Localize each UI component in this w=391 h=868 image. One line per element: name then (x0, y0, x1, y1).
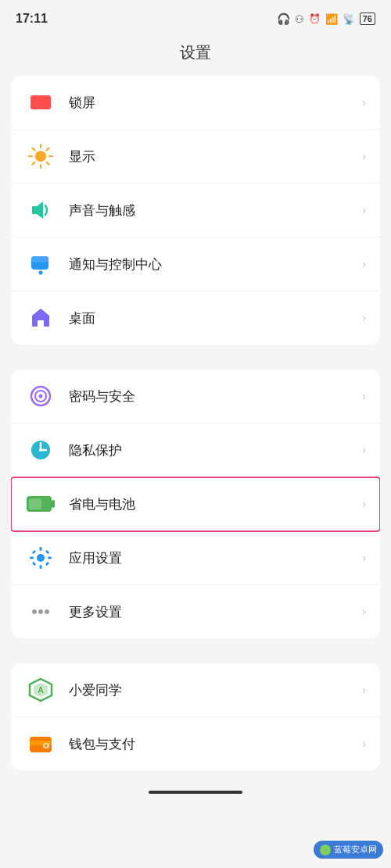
xiaoai-item[interactable]: A 小爱同学 › (11, 663, 380, 717)
display-icon (27, 143, 54, 170)
svg-marker-10 (32, 202, 43, 219)
svg-text:A: A (38, 686, 43, 695)
clock-icon: ⏰ (309, 13, 321, 24)
desktop-item[interactable]: 桌面 › (11, 291, 380, 345)
display-item[interactable]: 显示 › (11, 130, 380, 184)
svg-point-33 (38, 609, 43, 614)
svg-line-8 (47, 148, 49, 151)
desktop-icon (27, 305, 54, 331)
wallet-label: 钱包与支付 (69, 735, 356, 753)
desktop-label: 桌面 (69, 309, 356, 327)
svg-point-16 (39, 395, 43, 398)
more-chevron: › (362, 605, 366, 619)
svg-rect-0 (30, 95, 51, 109)
settings-section-1: 锁屏 › 显示 › (11, 76, 380, 345)
battery-icon: 76 (360, 13, 375, 25)
settings-section-2: 密码与安全 › 隐私保护 › 省电与电池 › (11, 370, 380, 638)
more-icon-wrapper (25, 596, 56, 627)
more-label: 更多设置 (69, 603, 356, 621)
status-time: 17:11 (16, 12, 48, 26)
more-dots-icon (27, 598, 54, 625)
notification-label: 通知与控制中心 (69, 255, 356, 273)
svg-line-9 (33, 163, 35, 165)
xiaoai-chevron: › (362, 683, 366, 697)
battery-item[interactable]: 省电与电池 › (11, 477, 380, 531)
svg-rect-12 (31, 256, 48, 263)
privacy-icon-wrapper (25, 434, 56, 466)
svg-rect-28 (32, 550, 37, 555)
battery-icon-wrapper (25, 488, 56, 520)
notification-icon-wrapper (25, 248, 56, 280)
svg-point-23 (37, 554, 45, 562)
privacy-label: 隐私保护 (69, 441, 356, 459)
watermark-text: 蓝莓安卓网 (334, 844, 377, 855)
xiaoai-icon: A (27, 677, 54, 703)
sound-icon-wrapper (25, 195, 56, 226)
desktop-icon-wrapper (25, 302, 56, 334)
headphone-icon: 🎧 (277, 13, 290, 25)
apps-item[interactable]: 应用设置 › (11, 531, 380, 585)
desktop-chevron: › (362, 311, 366, 325)
svg-rect-25 (40, 565, 42, 569)
section-gap-2 (0, 651, 391, 663)
lockscreen-item[interactable]: 锁屏 › (11, 76, 380, 130)
wallet-chevron: › (362, 737, 366, 751)
wallet-icon (27, 730, 54, 757)
password-icon-wrapper (25, 380, 56, 412)
display-icon-wrapper (25, 141, 56, 172)
svg-point-34 (45, 609, 49, 614)
svg-rect-31 (45, 550, 50, 555)
svg-line-7 (47, 163, 49, 165)
display-chevron: › (362, 149, 366, 163)
apps-icon-wrapper (25, 542, 56, 573)
apps-gear-icon (27, 545, 54, 571)
more-item[interactable]: 更多设置 › (11, 585, 380, 638)
privacy-item[interactable]: 隐私保护 › (11, 423, 380, 477)
notification-item[interactable]: 通知与控制中心 › (11, 238, 380, 291)
apps-label: 应用设置 (69, 549, 356, 567)
svg-rect-29 (45, 562, 50, 566)
lockscreen-label: 锁屏 (69, 94, 356, 112)
lockscreen-icon (29, 94, 52, 111)
svg-rect-20 (52, 500, 55, 508)
signal-icon: 📶 (325, 13, 338, 25)
password-chevron: › (362, 389, 366, 403)
home-indicator (0, 783, 391, 806)
notification-icon (27, 251, 54, 277)
svg-rect-30 (32, 562, 37, 566)
password-label: 密码与安全 (69, 388, 356, 405)
lockscreen-chevron: › (362, 95, 366, 109)
svg-rect-24 (40, 547, 42, 551)
wifi-icon: 📡 (343, 13, 355, 25)
privacy-icon (27, 437, 54, 463)
sound-label: 声音与触感 (69, 202, 356, 220)
xiaoai-label: 小爱同学 (69, 681, 356, 699)
svg-rect-22 (28, 498, 50, 510)
page-title: 设置 (0, 34, 391, 76)
svg-point-18 (39, 448, 42, 452)
sound-item[interactable]: 声音与触感 › (11, 184, 380, 238)
wallet-item[interactable]: 钱包与支付 › (11, 717, 380, 770)
watermark: 蓝莓安卓网 (314, 841, 383, 859)
battery-chevron: › (362, 497, 366, 511)
svg-point-32 (32, 609, 37, 614)
lockscreen-icon-wrapper (25, 87, 56, 118)
svg-rect-26 (30, 557, 34, 559)
password-icon (27, 383, 54, 409)
svg-line-6 (33, 148, 35, 151)
settings-section-3: A 小爱同学 › 钱包与支付 › (11, 663, 380, 770)
xiaoai-icon-wrapper: A (25, 674, 56, 705)
display-label: 显示 (69, 148, 356, 166)
svg-point-13 (39, 271, 43, 275)
svg-rect-27 (48, 557, 52, 559)
sound-chevron: › (362, 203, 366, 217)
password-item[interactable]: 密码与安全 › (11, 370, 380, 423)
alarm-icon: ⚇ (295, 13, 304, 25)
sound-icon (27, 197, 54, 223)
battery-green-icon (26, 494, 56, 514)
notification-chevron: › (362, 257, 366, 271)
section-gap-1 (0, 357, 391, 370)
svg-point-1 (35, 151, 46, 162)
status-icons: 🎧 ⚇ ⏰ 📶 📡 76 (277, 13, 375, 25)
status-bar: 17:11 🎧 ⚇ ⏰ 📶 📡 76 (0, 0, 391, 34)
